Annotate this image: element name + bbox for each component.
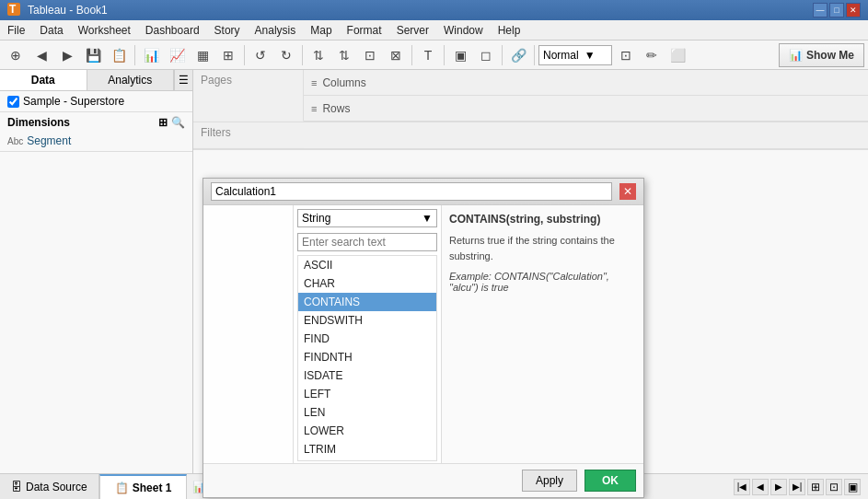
tab-analytics[interactable]: Analytics: [87, 70, 175, 90]
func-item[interactable]: CHAR: [298, 274, 436, 293]
link-btn[interactable]: 🔗: [506, 43, 530, 67]
maximize-btn[interactable]: □: [829, 3, 844, 17]
fixed-btn[interactable]: ⊡: [614, 43, 638, 67]
back-btn[interactable]: ◀: [29, 43, 53, 67]
tab-data[interactable]: Data: [0, 70, 87, 90]
menu-worksheet[interactable]: Worksheet: [71, 22, 138, 39]
func-item[interactable]: LEFT: [298, 385, 436, 403]
shelves-area: Pages ≡ Columns ≡ Rows Filters: [193, 70, 868, 150]
func-item[interactable]: ENDSWITH: [298, 311, 436, 330]
next-page-btn[interactable]: ▶: [770, 479, 787, 495]
redo-btn[interactable]: ↻: [274, 43, 298, 67]
func-item[interactable]: ASCII: [298, 256, 436, 274]
toolbar: ⊕ ◀ ▶ 💾 📋 📊 📈 ▦ ⊞ ↺ ↻ ⇅ ⇅ ⊡ ⊠ T ▣ ◻ 🔗 No…: [0, 41, 868, 70]
menu-file[interactable]: File: [0, 22, 32, 39]
prev-page-btn[interactable]: ◀: [752, 479, 769, 495]
datasource-checkbox[interactable]: [7, 96, 19, 108]
columns-label: Columns: [322, 76, 365, 89]
sort-btn[interactable]: ⇅: [307, 43, 330, 67]
func-search-input[interactable]: [297, 233, 437, 251]
dimension-icons: ⊞ 🔍: [158, 116, 185, 129]
segment-item[interactable]: Abc Segment: [0, 133, 192, 149]
first-page-btn[interactable]: |◀: [734, 479, 750, 495]
menu-data[interactable]: Data: [32, 22, 70, 39]
undo-btn[interactable]: ↺: [249, 43, 272, 67]
func-item[interactable]: LTRIM: [298, 440, 436, 458]
chart2-btn[interactable]: 📈: [165, 43, 189, 67]
close-btn[interactable]: ✕: [846, 3, 861, 17]
chart3-btn[interactable]: ▦: [191, 43, 214, 67]
last-page-btn[interactable]: ▶|: [789, 479, 805, 495]
datasource-tab-label: Data Source: [26, 481, 87, 493]
view-dropdown-label: Normal: [543, 49, 579, 62]
apply-button[interactable]: Apply: [522, 470, 577, 492]
fit-width-btn[interactable]: ⊡: [826, 479, 842, 495]
view-dropdown[interactable]: Normal ▼: [538, 45, 612, 65]
edit-btn[interactable]: ✏: [640, 43, 664, 67]
svg-text:T: T: [9, 3, 17, 16]
datasource-tab[interactable]: 🗄 Data Source: [0, 474, 99, 499]
divider: [0, 151, 192, 152]
home-btn[interactable]: ⊕: [4, 43, 28, 67]
func-item[interactable]: ISDATE: [298, 366, 436, 385]
window-controls: — □ ✕: [813, 3, 861, 17]
sheet-icon: 📋: [115, 482, 129, 494]
fix-btn[interactable]: ⊠: [384, 43, 408, 67]
filters-label: Filters: [201, 126, 231, 139]
show-me-label: Show Me: [806, 49, 854, 62]
mark-btn[interactable]: ▣: [448, 43, 472, 67]
func-item[interactable]: MAX: [298, 458, 436, 461]
chart-btn[interactable]: 📊: [139, 43, 163, 67]
func-desc-example: Example: CONTAINS("Calculation", "alcu")…: [449, 271, 636, 293]
present-btn[interactable]: ⬜: [665, 43, 689, 67]
chart4-btn[interactable]: ⊞: [216, 43, 240, 67]
save-btn[interactable]: 💾: [81, 43, 105, 67]
minimize-btn[interactable]: —: [813, 3, 827, 17]
sheet1-tab[interactable]: 📋 Sheet 1: [99, 474, 188, 499]
pages-section: Pages: [193, 70, 304, 122]
fit-height-btn[interactable]: ▣: [844, 479, 861, 495]
func-item[interactable]: LEN: [298, 403, 436, 422]
save2-btn[interactable]: 📋: [107, 43, 131, 67]
left-panel: Data Analytics ☰ Sample - Superstore Dim…: [0, 70, 193, 473]
panel-menu-btn[interactable]: ☰: [174, 70, 192, 90]
abc-icon: Abc: [7, 136, 23, 146]
menu-window[interactable]: Window: [436, 22, 491, 39]
filter-dropzone[interactable]: [304, 122, 868, 148]
sort2-btn[interactable]: ⇅: [332, 43, 356, 67]
menu-help[interactable]: Help: [491, 22, 528, 39]
menu-server[interactable]: Server: [389, 22, 436, 39]
grid-icon[interactable]: ⊞: [158, 116, 168, 129]
tooltip-btn[interactable]: ◻: [474, 43, 498, 67]
calc-function-panel: String ▼ ASCIICHARCONTAINSENDSWITHFINDFI…: [294, 205, 441, 463]
fit-btn[interactable]: ⊡: [358, 43, 382, 67]
main-canvas: ✕ String ▼ ASCIICHARCO: [193, 150, 868, 473]
datasource-row[interactable]: Sample - Superstore: [0, 91, 192, 111]
sep5: [444, 45, 445, 65]
dropdown-chevron: ▼: [584, 49, 596, 62]
show-me-button[interactable]: 📊 Show Me: [779, 43, 864, 67]
calc-name-input[interactable]: [211, 182, 612, 201]
forward-btn[interactable]: ▶: [55, 43, 79, 67]
func-item[interactable]: FINDNTH: [298, 348, 436, 366]
menu-story[interactable]: Story: [207, 22, 248, 39]
menu-map[interactable]: Map: [303, 22, 339, 39]
calc-close-btn[interactable]: ✕: [619, 183, 636, 200]
func-list[interactable]: ASCIICHARCONTAINSENDSWITHFINDFINDNTHISDA…: [297, 255, 437, 461]
menu-analysis[interactable]: Analysis: [248, 22, 304, 39]
text-btn[interactable]: T: [416, 43, 440, 67]
calc-editor[interactable]: [203, 205, 294, 463]
func-item[interactable]: LOWER: [298, 422, 436, 440]
menu-dashboard[interactable]: Dashboard: [138, 22, 207, 39]
datasource-label: Sample - Superstore: [23, 95, 124, 108]
func-type-dropdown[interactable]: String ▼: [297, 209, 437, 227]
rows-label: Rows: [322, 102, 350, 115]
search-icon[interactable]: 🔍: [171, 116, 185, 129]
calc-body: String ▼ ASCIICHARCONTAINSENDSWITHFINDFI…: [203, 205, 643, 463]
menu-format[interactable]: Format: [340, 22, 389, 39]
func-item[interactable]: FIND: [298, 330, 436, 348]
grid-view-btn[interactable]: ⊞: [807, 479, 824, 495]
func-item[interactable]: CONTAINS: [298, 293, 436, 311]
sep3: [302, 45, 303, 65]
ok-button[interactable]: OK: [584, 470, 636, 492]
